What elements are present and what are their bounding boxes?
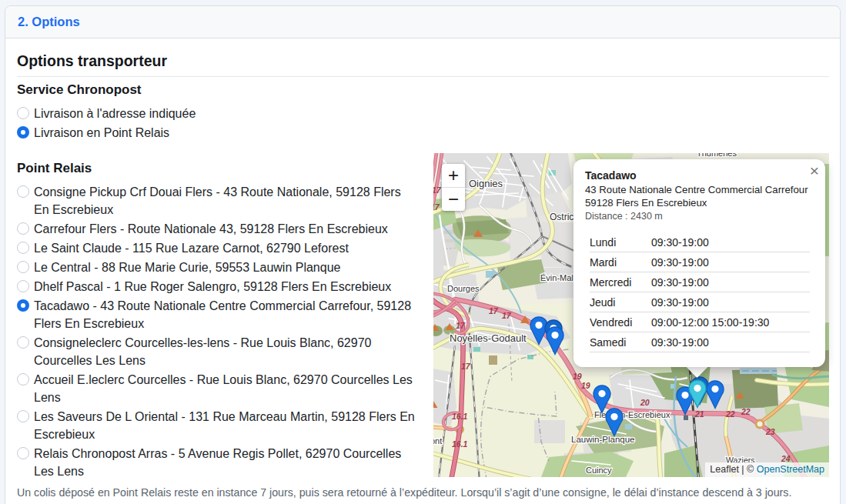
svg-text:19: 19	[573, 372, 582, 381]
svg-text:22: 22	[741, 407, 751, 416]
svg-text:17: 17	[489, 306, 499, 315]
svg-text:17: 17	[433, 202, 440, 212]
svg-text:Lauwin-Planque: Lauwin-Planque	[571, 435, 634, 444]
svg-text:17: 17	[456, 321, 466, 330]
svg-text:16.1: 16.1	[452, 412, 468, 421]
svg-text:23: 23	[765, 427, 775, 436]
svg-text:Noyelles-Godault: Noyelles-Godault	[450, 332, 527, 344]
svg-text:17: 17	[461, 362, 471, 371]
svg-text:19: 19	[581, 381, 590, 390]
svg-text:17: 17	[433, 185, 442, 195]
svg-text:ont: ont	[433, 436, 442, 446]
svg-text:Oignies: Oignies	[469, 178, 503, 189]
svg-text:Dourges: Dourges	[447, 284, 480, 293]
svg-text:Cuincy: Cuincy	[586, 466, 612, 475]
svg-text:22: 22	[725, 409, 735, 419]
svg-text:17: 17	[502, 311, 512, 320]
svg-text:20: 20	[640, 398, 650, 407]
svg-text:16.1: 16.1	[452, 439, 468, 449]
svg-text:Thumeries: Thumeries	[697, 153, 737, 158]
svg-text:21: 21	[694, 409, 704, 419]
